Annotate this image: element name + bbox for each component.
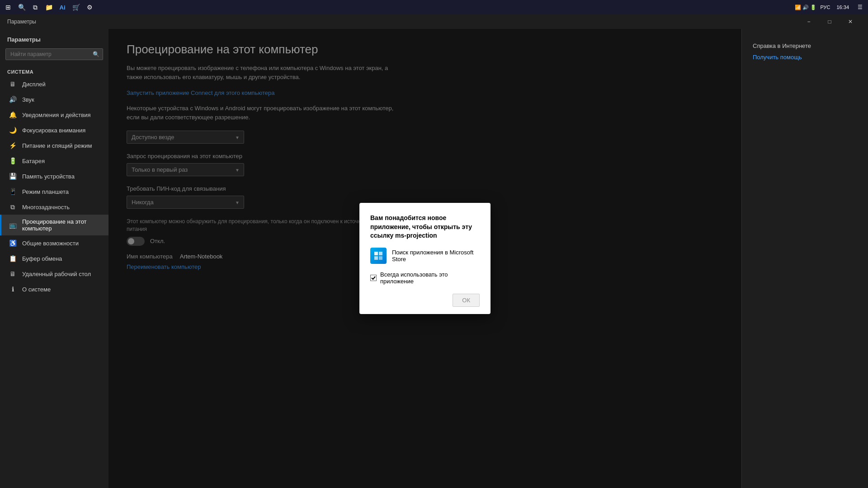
sound-icon: 🔊 — [9, 95, 17, 103]
dialog-app-label: Поиск приложения в Microsoft Store — [392, 249, 480, 263]
svg-rect-0 — [374, 252, 378, 255]
lang-label: РУС — [820, 5, 830, 10]
taskview-icon[interactable]: ⧉ — [29, 1, 42, 14]
sys-tray: 📶 🔊 🔋 — [795, 5, 816, 10]
svg-rect-3 — [379, 256, 382, 260]
volume-icon: 🔊 — [802, 5, 809, 10]
edge-icon[interactable]: Ai — [56, 1, 69, 14]
sidebar-label-display: Дисплей — [22, 81, 46, 88]
sidebar-item-projection[interactable]: 📺 Проецирование на этот компьютер — [0, 215, 108, 235]
network-icon: 📶 — [795, 5, 801, 10]
clipboard-icon: 📋 — [9, 254, 17, 263]
sidebar-label-notifications: Уведомления и действия — [22, 112, 91, 118]
search-icon: 🔍 — [93, 51, 99, 57]
taskbar-clock: 16:34 — [834, 4, 852, 10]
close-button[interactable]: ✕ — [840, 14, 861, 29]
explorer-icon[interactable]: 📁 — [42, 1, 55, 14]
start-icon[interactable]: ⊞ — [2, 1, 14, 14]
tablet-icon: 📱 — [9, 188, 17, 196]
notifications-icon: 🔔 — [9, 111, 17, 119]
sidebar-label-storage: Память устройства — [22, 173, 75, 180]
sidebar-item-notifications[interactable]: 🔔 Уведомления и действия — [0, 107, 108, 122]
sidebar-label-multitask: Многозадачность — [22, 204, 70, 211]
sidebar-item-accessibility[interactable]: ♿ Общие возможности — [0, 235, 108, 251]
battery-icon-nav: 🔋 — [9, 157, 17, 165]
help-title: Справка в Интернете — [753, 42, 857, 49]
sidebar-item-storage[interactable]: 💾 Память устройства — [0, 169, 108, 184]
action-center-icon[interactable]: ☰ — [854, 1, 866, 14]
storage-icon: 💾 — [9, 172, 17, 180]
content-area: Параметры 🔍 Система 🖥 Дисплей 🔊 Звук 🔔 У… — [0, 29, 868, 488]
about-icon: ℹ — [9, 285, 17, 293]
sidebar-label-power: Питание и спящий режим — [22, 142, 92, 149]
remote-icon: 🖥 — [9, 270, 17, 278]
dialog-app-row: Поиск приложения в Microsoft Store — [370, 248, 480, 264]
settings-window: Параметры − □ ✕ Параметры 🔍 Система 🖥 Ди… — [0, 14, 868, 488]
sidebar-label-focus: Фокусировка внимания — [22, 127, 85, 134]
sidebar: Параметры 🔍 Система 🖥 Дисплей 🔊 Звук 🔔 У… — [0, 29, 108, 488]
sidebar-item-remote[interactable]: 🖥 Удаленный рабочий стол — [0, 266, 108, 282]
taskbar-left: ⊞ 🔍 ⧉ 📁 Ai 🛒 ⚙ — [2, 1, 96, 14]
settings-icon[interactable]: ⚙ — [83, 1, 96, 14]
sidebar-label-about: О системе — [22, 286, 51, 293]
store-app-icon — [370, 248, 387, 264]
sidebar-search-container: 🔍 — [5, 48, 103, 60]
get-help-link[interactable]: Получить помощь — [753, 54, 802, 61]
accessibility-icon: ♿ — [9, 239, 17, 247]
window-title: Параметры — [7, 19, 798, 25]
taskbar: ⊞ 🔍 ⧉ 📁 Ai 🛒 ⚙ 📶 🔊 🔋 РУС 16:34 ☰ — [0, 0, 868, 14]
sidebar-item-clipboard[interactable]: 📋 Буфер обмена — [0, 251, 108, 266]
multitask-icon: ⧉ — [9, 203, 17, 211]
sidebar-app-title: Параметры — [0, 33, 108, 48]
sidebar-label-clipboard: Буфер обмена — [22, 255, 62, 262]
always-use-checkbox[interactable] — [370, 275, 377, 281]
sidebar-item-tablet[interactable]: 📱 Режим планшета — [0, 184, 108, 199]
main-content: Проецирование на этот компьютер Вы может… — [108, 29, 741, 488]
sidebar-item-focus[interactable]: 🌙 Фокусировка внимания — [0, 122, 108, 138]
dialog-checkbox-row: Всегда использовать это приложение — [370, 271, 480, 285]
store-icon[interactable]: 🛒 — [70, 1, 82, 14]
projection-icon: 📺 — [9, 221, 17, 229]
sidebar-item-multitask[interactable]: ⧉ Многозадачность — [0, 199, 108, 215]
battery-icon: 🔋 — [810, 5, 816, 10]
display-icon: 🖥 — [9, 80, 17, 88]
power-icon: ⚡ — [9, 141, 17, 150]
sidebar-item-sound[interactable]: 🔊 Звук — [0, 92, 108, 107]
dialog-title: Вам понадобится новое приложение, чтобы … — [370, 214, 480, 240]
focus-icon: 🌙 — [9, 126, 17, 134]
sidebar-item-battery[interactable]: 🔋 Батарея — [0, 153, 108, 169]
search-input[interactable] — [5, 48, 103, 60]
window-titlebar: Параметры − □ ✕ — [0, 14, 868, 29]
dialog-ok-button[interactable]: ОК — [453, 294, 480, 307]
sidebar-item-power[interactable]: ⚡ Питание и спящий режим — [0, 138, 108, 153]
sidebar-section: Система — [0, 66, 108, 76]
open-with-dialog: Вам понадобится новое приложение, чтобы … — [359, 203, 491, 314]
svg-rect-2 — [374, 256, 378, 260]
sidebar-item-about[interactable]: ℹ О системе — [0, 282, 108, 297]
maximize-button[interactable]: □ — [819, 14, 840, 29]
sidebar-label-sound: Звук — [22, 96, 34, 103]
sidebar-label-tablet: Режим планшета — [22, 188, 69, 195]
minimize-button[interactable]: − — [798, 14, 819, 29]
sidebar-label-battery: Батарея — [22, 158, 45, 164]
svg-rect-1 — [379, 252, 382, 255]
search-icon[interactable]: 🔍 — [15, 1, 28, 14]
window-controls: − □ ✕ — [798, 14, 861, 29]
taskbar-right: 📶 🔊 🔋 РУС 16:34 ☰ — [795, 1, 866, 14]
dialog-buttons: ОК — [370, 294, 480, 307]
sidebar-label-remote: Удаленный рабочий стол — [22, 271, 91, 277]
sidebar-label-accessibility: Общие возможности — [22, 240, 79, 247]
sidebar-label-projection: Проецирование на этот компьютер — [22, 218, 101, 232]
right-panel: Справка в Интернете Получить помощь — [741, 29, 868, 488]
dialog-checkbox-label: Всегда использовать это приложение — [380, 271, 480, 285]
sidebar-item-display[interactable]: 🖥 Дисплей — [0, 76, 108, 92]
dialog-overlay: Вам понадобится новое приложение, чтобы … — [108, 29, 741, 488]
